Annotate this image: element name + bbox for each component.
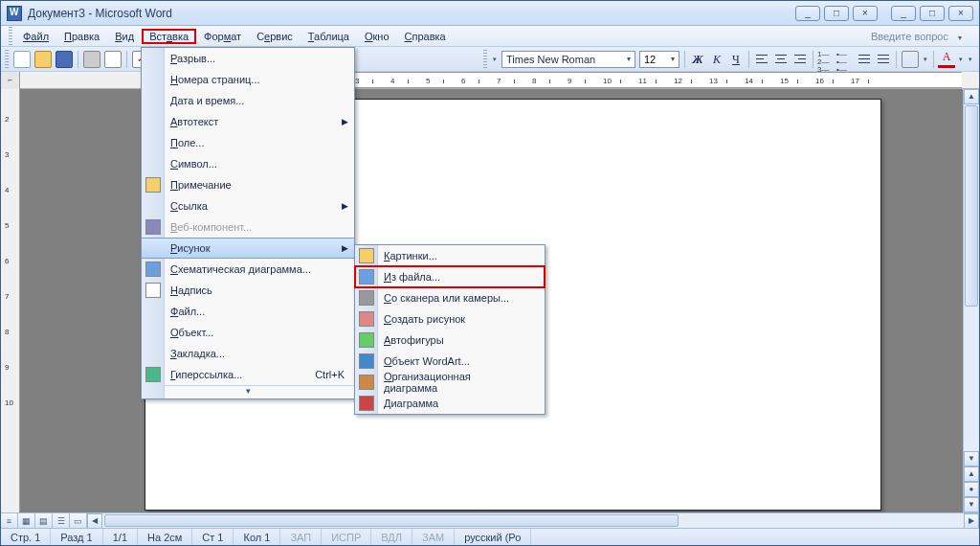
status-ovr[interactable]: ЗАМ [412, 529, 455, 545]
menu-item-символ[interactable]: Символ... [142, 153, 354, 174]
submenu-item-chart[interactable]: Диаграмма [355, 393, 545, 414]
toolbar-grip-2[interactable] [5, 50, 9, 69]
hscroll-thumb[interactable] [104, 514, 679, 527]
font-color-dropdown[interactable]: ▾ [956, 56, 966, 63]
align-left-button[interactable] [753, 51, 770, 68]
bold-button[interactable]: Ж [689, 51, 706, 68]
align-right-button[interactable] [791, 51, 809, 68]
preview-icon[interactable] [104, 51, 122, 68]
submenu-item-label: Из файла... [384, 271, 440, 283]
prev-page-button[interactable]: ▲ [964, 466, 979, 482]
view-print-button[interactable]: ▤ [35, 513, 53, 528]
menu-tools[interactable]: Сервис [249, 29, 301, 44]
status-ext[interactable]: ВДЛ [371, 529, 412, 545]
toolbar-grip-3[interactable] [483, 50, 487, 69]
menu-item-объект[interactable]: Объект... [142, 322, 354, 343]
new-doc-icon[interactable] [13, 51, 31, 68]
newdrawing-icon [359, 311, 374, 327]
view-normal-button[interactable]: ≡ [1, 513, 18, 528]
next-page-button[interactable]: ▼ [964, 497, 979, 512]
tab-selector[interactable]: ⌐ [1, 72, 20, 89]
menu-edit[interactable]: Правка [56, 29, 107, 44]
menu-insert[interactable]: Вставка [142, 29, 196, 44]
menu-item-номерастраниц[interactable]: Номера страниц... [142, 69, 354, 90]
submenu-item-clipart[interactable]: Картинки... [355, 245, 545, 266]
menu-help[interactable]: Справка [397, 29, 454, 44]
browse-object-button[interactable]: ● [964, 482, 979, 497]
style-dropdown-icon[interactable]: ▾ [490, 56, 500, 63]
menu-item-автотекст[interactable]: Автотекст▶ [142, 111, 354, 132]
submenu-item-newdrawing[interactable]: Создать рисунок [355, 308, 545, 330]
scroll-left-button[interactable]: ◀ [87, 513, 102, 529]
font-name-combo[interactable]: Times New Roman ▾ [501, 51, 635, 68]
mdi-close-button[interactable]: × [853, 6, 878, 21]
menu-item-рисунок[interactable]: Рисунок▶ [142, 238, 354, 259]
status-lang[interactable]: русский (Ро [455, 529, 531, 545]
menu-item-label: Разрыв... [170, 53, 215, 64]
hyperlink-icon [145, 367, 161, 382]
view-outline-button[interactable]: ☰ [53, 513, 70, 528]
menu-item-гиперссылка[interactable]: Гиперссылка...Ctrl+K [142, 364, 354, 385]
align-center-button[interactable] [772, 51, 790, 68]
decrease-indent-button[interactable] [856, 51, 873, 68]
underline-button[interactable]: Ч [727, 51, 745, 68]
submenu-item-fromfile[interactable]: Из файла... [355, 266, 545, 287]
status-rec[interactable]: ЗАП [280, 529, 322, 545]
ruler-tick: 6 [461, 77, 465, 85]
help-question-box[interactable]: Введите вопрос▾ [871, 31, 971, 42]
menu-item-ссылка[interactable]: Ссылка▶ [142, 195, 354, 216]
menu-item-надпись[interactable]: Надпись [142, 280, 354, 301]
menu-item-label: Рисунок [170, 242, 211, 254]
vertical-ruler[interactable]: 2345678910 [1, 89, 20, 512]
close-button[interactable]: × [948, 6, 973, 21]
font-color-button[interactable]: A [938, 51, 955, 68]
toolbar-overflow-2[interactable]: ▾ [966, 56, 975, 63]
submenu-item-orgchart[interactable]: Организационная диаграмма [355, 372, 545, 393]
menu-view[interactable]: Вид [107, 29, 142, 44]
menu-item-схематическаядиаграмма[interactable]: Схематическая диаграмма... [142, 259, 354, 280]
scroll-up-button[interactable]: ▲ [964, 89, 979, 104]
vertical-scrollbar[interactable]: ▲ ▼ ▲ ● ▼ [963, 89, 979, 512]
open-icon[interactable] [34, 51, 52, 68]
scroll-down-button[interactable]: ▼ [964, 451, 979, 466]
status-section: Разд 1 [51, 529, 102, 545]
submenu-item-wordart[interactable]: Объект WordArt... [355, 351, 545, 372]
menu-item-файл[interactable]: Файл... [142, 301, 354, 322]
menu-expand-icon[interactable]: ▾ [142, 385, 354, 398]
save-icon[interactable] [56, 51, 73, 68]
view-reading-button[interactable]: ▭ [70, 513, 87, 528]
view-web-button[interactable]: ▦ [18, 513, 35, 528]
print-icon[interactable] [83, 51, 100, 68]
scroll-thumb[interactable] [965, 105, 978, 307]
menu-file[interactable]: Файл [15, 29, 56, 44]
menu-item-разрыв[interactable]: Разрыв... [142, 48, 354, 69]
menu-item-поле[interactable]: Поле... [142, 132, 354, 153]
menu-format[interactable]: Формат [196, 29, 249, 44]
font-size-combo[interactable]: 12 ▾ [639, 51, 679, 68]
submenu-item-scanner[interactable]: Со сканера или камеры... [355, 287, 545, 308]
mdi-maximize-button[interactable]: □ [824, 6, 849, 21]
status-page: Стр. 1 [1, 529, 51, 545]
ruler-tick: 9 [568, 77, 571, 85]
maximize-button[interactable]: □ [920, 6, 945, 21]
scroll-right-button[interactable]: ▶ [964, 513, 979, 529]
menu-item-закладка[interactable]: Закладка... [142, 343, 354, 364]
toolbar-grip[interactable] [9, 27, 12, 46]
horizontal-scrollbar[interactable]: ◀ ▶ [87, 513, 979, 528]
orgchart-icon [359, 375, 374, 390]
minimize-button[interactable]: _ [891, 6, 916, 21]
mdi-minimize-button[interactable]: _ [795, 6, 820, 21]
font-size-value: 12 [644, 54, 656, 65]
menu-item-датаивремя[interactable]: Дата и время... [142, 90, 354, 111]
submenu-item-autoshapes[interactable]: Автофигуры [355, 330, 545, 351]
bulleted-list-button[interactable]: •—•—•— [836, 51, 854, 68]
menu-table[interactable]: Таблица [301, 29, 357, 44]
menu-item-примечание[interactable]: Примечание [142, 174, 354, 195]
increase-indent-button[interactable] [875, 51, 892, 68]
border-button[interactable] [902, 51, 919, 68]
status-trk[interactable]: ИСПР [322, 529, 371, 545]
numbered-list-button[interactable]: 1—2—3— [817, 51, 835, 68]
border-dropdown[interactable]: ▾ [921, 56, 930, 63]
menu-window[interactable]: Окно [357, 29, 397, 44]
italic-button[interactable]: К [708, 51, 725, 68]
